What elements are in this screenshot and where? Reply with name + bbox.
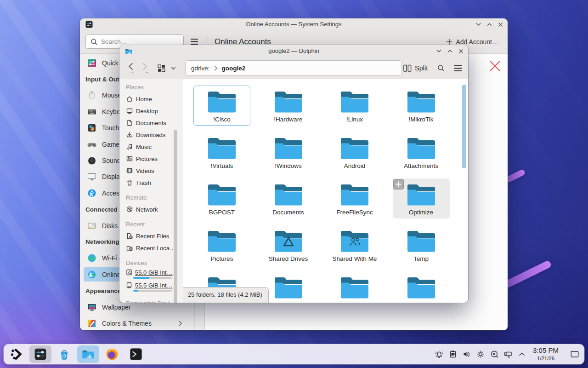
places-device-55-5-gib-int[interactable]: 55.5 GiB Int… [119, 282, 182, 294]
tray-notifications-icon[interactable] [435, 350, 444, 359]
minimize-icon[interactable] [476, 23, 481, 26]
taskbar-app-dolphin[interactable] [77, 345, 99, 363]
maximize-icon[interactable] [447, 49, 452, 53]
show-desktop-button[interactable] [570, 349, 580, 359]
music-icon [126, 143, 133, 150]
access-icon [87, 189, 96, 198]
places-item-home[interactable]: Home [119, 93, 182, 105]
home-icon [126, 95, 133, 103]
konsole-icon [129, 347, 143, 361]
maximize-icon[interactable] [487, 23, 492, 26]
folder-windows[interactable]: !Windows [255, 132, 322, 178]
places-item-desktop[interactable]: Desktop [119, 105, 182, 117]
dolphin-titlebar[interactable]: google2 — Dolphin [119, 45, 468, 57]
folder-documents[interactable]: Documents [255, 178, 322, 225]
folder-partial[interactable] [322, 271, 388, 303]
chevron-right-icon [178, 320, 182, 327]
tray-disks-icon[interactable] [490, 350, 499, 359]
tray-network-icon[interactable] [503, 350, 513, 359]
places-item-recent-files[interactable]: Recent Files [119, 230, 182, 242]
tray-clipboard-icon[interactable] [448, 350, 458, 359]
tray-volume-icon[interactable] [462, 350, 471, 359]
places-item-documents[interactable]: Documents [119, 117, 182, 129]
places-item-music[interactable]: Music [119, 141, 182, 153]
back-dropdown-icon[interactable] [131, 71, 134, 74]
clock[interactable]: 3:05 PM 1/21/26 [526, 346, 565, 362]
folder-bgpost[interactable]: BGPOST [189, 178, 255, 225]
taskbar: 3:05 PM 1/21/26 [4, 344, 584, 364]
sidebar-item-label: Colors & Themes [102, 320, 152, 327]
folder-freefilesync[interactable]: FreeFileSync [322, 178, 388, 225]
folder-partial[interactable] [388, 271, 454, 303]
taskbar-app-system-settings[interactable] [29, 345, 51, 363]
places-item-pictures[interactable]: Pictures [119, 153, 182, 165]
folder-label: Temp [388, 255, 454, 262]
folder-icon [340, 89, 369, 113]
folder-icon [407, 89, 436, 113]
location-bar[interactable]: gdrive: google2 [185, 60, 402, 76]
places-item-downloads[interactable]: Downloads [119, 129, 182, 141]
back-button[interactable] [127, 63, 134, 70]
view-mode-dropdown-icon[interactable] [171, 66, 176, 70]
places-item-label: Pictures [136, 155, 158, 162]
folder-label: FreeFileSync [322, 209, 388, 216]
system-settings-icon [34, 347, 47, 361]
menu-icon[interactable] [454, 65, 462, 72]
places-item-network[interactable]: Network [119, 203, 182, 215]
view-scrollbar[interactable] [462, 85, 466, 168]
tray-brightness-icon[interactable] [476, 350, 485, 359]
taskbar-app-discover[interactable] [53, 345, 75, 363]
recent-files-icon [126, 232, 133, 240]
downloads-icon [126, 131, 133, 138]
taskbar-app-konsole[interactable] [125, 345, 147, 363]
places-device-55-0-gib-int[interactable]: 55.0 GiB Int… [119, 269, 182, 282]
close-icon[interactable] [498, 22, 503, 27]
menu-icon[interactable] [190, 38, 198, 45]
folder-android[interactable]: Android [322, 132, 388, 178]
desktop: Online Accounts — System Settings Search… [0, 0, 588, 368]
folder-label: !Virtuals [189, 162, 255, 169]
folder-cisco[interactable]: !Cisco [189, 86, 255, 132]
places-item-trash[interactable]: Trash [119, 177, 182, 189]
device-label: 55.0 GiB Int… [135, 269, 173, 276]
folder-mikrotik[interactable]: !MikroTik [388, 86, 454, 132]
folder-shared-with-me[interactable]: Shared With Me [322, 225, 388, 271]
folder-hardware[interactable]: !Hardware [255, 86, 322, 132]
folder-temp[interactable]: Temp [388, 225, 454, 271]
places-item-label: Recent Files [136, 233, 169, 240]
folder-virtuals[interactable]: !Virtuals [189, 132, 255, 178]
folder-optimize[interactable]: Optimize [388, 178, 454, 225]
places-item-videos[interactable]: Videos [119, 165, 182, 177]
documents-icon [126, 119, 133, 126]
breadcrumb-root[interactable]: gdrive: [191, 65, 210, 72]
forward-dropdown-icon[interactable] [146, 71, 149, 74]
places-section-places: Places [119, 81, 182, 93]
select-toggle-plus-icon[interactable] [393, 179, 404, 190]
breadcrumb-current[interactable]: google2 [222, 65, 246, 72]
system-settings-titlebar[interactable]: Online Accounts — System Settings [80, 18, 508, 30]
error-close-icon[interactable] [489, 60, 501, 72]
search-icon[interactable] [437, 64, 445, 72]
places-item-recent-loca[interactable]: Recent Loca… [119, 242, 182, 254]
folder-linux[interactable]: !Linux [322, 86, 388, 132]
minimize-icon[interactable] [436, 49, 441, 53]
close-icon[interactable] [458, 49, 464, 54]
folder-shared-drives[interactable]: Shared Drives [255, 225, 322, 271]
folder-icon [340, 136, 369, 160]
taskbar-app-firefox[interactable] [101, 345, 123, 363]
shared-people-emblem-icon [349, 236, 361, 247]
firefox-icon [105, 347, 119, 361]
app-launcher-button[interactable] [9, 346, 25, 362]
sidebar-item-colors-themes[interactable]: Colors & Themes [80, 315, 204, 330]
display-icon [87, 172, 96, 181]
tray-tray-expand-icon[interactable] [517, 350, 526, 359]
places-scrollbar[interactable] [174, 130, 177, 303]
view-mode-icons-button[interactable] [158, 64, 165, 72]
search-icon [90, 38, 98, 46]
folder-label: !MikroTik [388, 116, 454, 123]
keyboard-icon [87, 107, 96, 116]
folder-pictures[interactable]: Pictures [189, 225, 255, 271]
folder-icon [340, 182, 369, 206]
split-button[interactable]: Split [403, 61, 428, 75]
folder-attachments[interactable]: Attachments [388, 132, 454, 178]
